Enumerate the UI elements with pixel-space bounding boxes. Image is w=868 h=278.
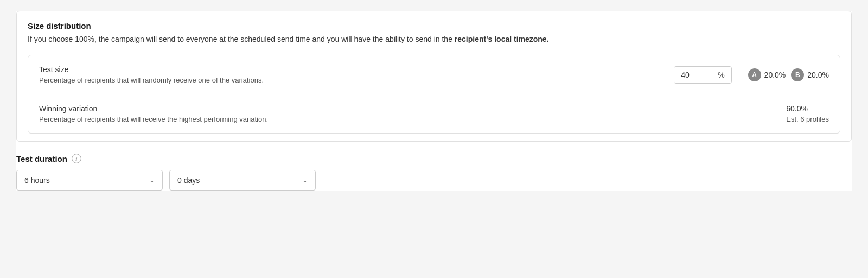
- winning-row-content: Winning variation Percentage of recipien…: [39, 104, 829, 123]
- badge-a-value: 20.0%: [764, 71, 786, 79]
- test-size-input-group: %: [674, 66, 731, 84]
- test-size-sublabel: Percentage of recipients that will rando…: [39, 76, 264, 84]
- size-distribution-section: Size distribution If you choose 100%, th…: [16, 11, 852, 142]
- winning-right: 60.0% Est. 6 profiles: [786, 104, 829, 123]
- days-dropdown-value: 0 days: [177, 176, 200, 185]
- size-distribution-title: Size distribution: [28, 21, 840, 30]
- test-size-content: Test size Percentage of recipients that …: [39, 65, 829, 84]
- winning-variation-label: Winning variation: [39, 104, 268, 113]
- hours-dropdown[interactable]: 6 hours ⌄: [16, 170, 163, 191]
- test-size-unit: %: [718, 67, 731, 83]
- test-size-row: Test size Percentage of recipients that …: [28, 55, 840, 94]
- badge-b-value: 20.0%: [807, 71, 829, 79]
- test-duration-label: Test duration: [16, 154, 67, 163]
- info-icon[interactable]: i: [72, 154, 81, 163]
- test-size-input[interactable]: [674, 67, 718, 83]
- test-size-left: Test size Percentage of recipients that …: [39, 65, 264, 84]
- badge-b-circle: B: [791, 68, 804, 81]
- page-container: Size distribution If you choose 100%, th…: [16, 11, 852, 191]
- test-duration-section: Test duration i 6 hours ⌄ 0 days ⌄: [16, 154, 852, 191]
- hours-chevron-icon: ⌄: [149, 176, 155, 184]
- winning-variation-row: Winning variation Percentage of recipien…: [28, 94, 840, 133]
- winning-percent: 60.0%: [786, 104, 829, 113]
- desc-text-start: If you choose 100%, the campaign will se…: [28, 35, 455, 43]
- winning-left: Winning variation Percentage of recipien…: [39, 104, 268, 123]
- inner-card: Test size Percentage of recipients that …: [28, 55, 840, 134]
- test-duration-title-row: Test duration i: [16, 154, 852, 163]
- test-size-right: % A 20.0% B 20.0%: [674, 66, 829, 84]
- days-chevron-icon: ⌄: [302, 176, 308, 184]
- days-dropdown[interactable]: 0 days ⌄: [169, 170, 316, 191]
- badge-b: B 20.0%: [791, 68, 829, 81]
- hours-dropdown-value: 6 hours: [24, 176, 50, 185]
- desc-text-bold: recipient's local timezone.: [455, 35, 549, 43]
- duration-dropdowns: 6 hours ⌄ 0 days ⌄: [16, 170, 852, 191]
- test-size-label: Test size: [39, 65, 264, 74]
- badge-a: A 20.0%: [748, 68, 786, 81]
- badge-a-circle: A: [748, 68, 761, 81]
- winning-profiles: Est. 6 profiles: [786, 115, 829, 123]
- size-distribution-description: If you choose 100%, the campaign will se…: [28, 34, 840, 45]
- variation-badges: A 20.0% B 20.0%: [748, 68, 829, 81]
- winning-variation-sublabel: Percentage of recipients that will recei…: [39, 115, 268, 123]
